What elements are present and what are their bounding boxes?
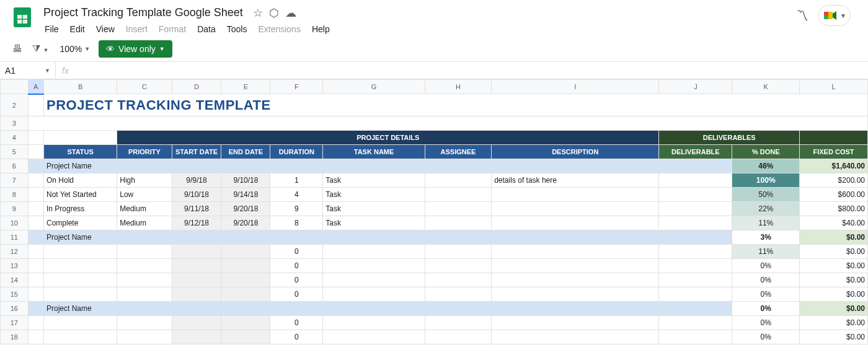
- filter-icon[interactable]: ⧩ ▼: [30, 41, 51, 57]
- cell-assignee[interactable]: [425, 216, 491, 230]
- cell-deliverable[interactable]: [659, 216, 732, 230]
- cell-start[interactable]: [172, 273, 221, 287]
- cell-status[interactable]: [44, 273, 117, 287]
- cell-desc[interactable]: [492, 245, 659, 259]
- cell-pct[interactable]: 100%: [732, 173, 800, 188]
- col-header-L[interactable]: L: [800, 80, 868, 94]
- cell-cost[interactable]: $600.00: [800, 188, 868, 202]
- cell-start[interactable]: 9/10/18: [172, 188, 221, 202]
- row-header-18[interactable]: 18: [1, 330, 29, 344]
- cell-end[interactable]: 9/14/18: [221, 188, 270, 202]
- menu-view[interactable]: View: [91, 22, 120, 37]
- cell-assignee[interactable]: [425, 316, 491, 330]
- col-header-B[interactable]: B: [44, 80, 117, 94]
- cell-end[interactable]: [221, 259, 270, 273]
- meet-button[interactable]: ▼: [818, 5, 851, 26]
- project-name-cell[interactable]: Project Name: [44, 302, 659, 316]
- cell-pct[interactable]: 0%: [732, 287, 800, 302]
- cell-deliverable[interactable]: [659, 316, 732, 330]
- col-header-C[interactable]: C: [117, 80, 172, 94]
- cell-duration[interactable]: 0: [270, 316, 323, 330]
- menu-edit[interactable]: Edit: [65, 22, 90, 37]
- activity-icon[interactable]: 〽: [796, 9, 808, 23]
- row-header-13[interactable]: 13: [1, 259, 29, 273]
- col-header-K[interactable]: K: [732, 80, 800, 94]
- cell-task[interactable]: [323, 259, 425, 273]
- cell-status[interactable]: Not Yet Started: [44, 188, 117, 202]
- cell-pct[interactable]: 0%: [732, 273, 800, 287]
- cell-start[interactable]: [172, 316, 221, 330]
- cell-status[interactable]: In Progress: [44, 202, 117, 216]
- cell-cost[interactable]: $40.00: [800, 216, 868, 230]
- cell-pct[interactable]: 0%: [732, 316, 800, 330]
- row-header-9[interactable]: 9: [1, 202, 29, 216]
- cell-duration[interactable]: 0: [270, 273, 323, 287]
- cell-duration[interactable]: 0: [270, 259, 323, 273]
- cell-desc[interactable]: [492, 202, 659, 216]
- row-header-4[interactable]: 4: [1, 131, 29, 145]
- cell-status[interactable]: [44, 316, 117, 330]
- project-name-cell[interactable]: Project Name: [44, 159, 659, 173]
- cell-task[interactable]: Task: [323, 173, 425, 188]
- cell-start[interactable]: [172, 330, 221, 344]
- cell-desc[interactable]: [492, 287, 659, 302]
- menu-extensions[interactable]: Extensions: [253, 22, 305, 37]
- cell-start[interactable]: 9/12/18: [172, 216, 221, 230]
- cell-duration[interactable]: 0: [270, 245, 323, 259]
- cell-start[interactable]: [172, 287, 221, 302]
- project-pct[interactable]: 3%: [732, 230, 800, 245]
- cell-desc[interactable]: [492, 216, 659, 230]
- cell-deliverable[interactable]: [659, 202, 732, 216]
- row-header-14[interactable]: 14: [1, 273, 29, 287]
- cell-priority[interactable]: [117, 287, 172, 302]
- cell-status[interactable]: [44, 245, 117, 259]
- cell-pct[interactable]: 11%: [732, 245, 800, 259]
- cell-start[interactable]: [172, 245, 221, 259]
- cell-start[interactable]: [172, 259, 221, 273]
- cell-task[interactable]: [323, 330, 425, 344]
- cell-start[interactable]: 9/11/18: [172, 202, 221, 216]
- cell-assignee[interactable]: [425, 202, 491, 216]
- cell-deliverable[interactable]: [659, 173, 732, 188]
- cell-start[interactable]: 9/9/18: [172, 173, 221, 188]
- cell-pct[interactable]: 50%: [732, 188, 800, 202]
- col-header-E[interactable]: E: [221, 80, 270, 94]
- menu-format[interactable]: Format: [154, 22, 191, 37]
- cell-duration[interactable]: 4: [270, 188, 323, 202]
- menu-file[interactable]: File: [40, 22, 64, 37]
- cell-desc[interactable]: [492, 316, 659, 330]
- cell-end[interactable]: 9/10/18: [221, 173, 270, 188]
- cell-end[interactable]: [221, 316, 270, 330]
- cell-desc[interactable]: [492, 188, 659, 202]
- row-header-6[interactable]: 6: [1, 159, 29, 173]
- row-header-11[interactable]: 11: [1, 230, 29, 245]
- cell-deliverable[interactable]: [659, 273, 732, 287]
- cell-task[interactable]: [323, 316, 425, 330]
- menu-insert[interactable]: Insert: [121, 22, 153, 37]
- cell-assignee[interactable]: [425, 259, 491, 273]
- cell-end[interactable]: [221, 245, 270, 259]
- col-header-H[interactable]: H: [425, 80, 491, 94]
- menu-help[interactable]: Help: [307, 22, 335, 37]
- cell-priority[interactable]: [117, 273, 172, 287]
- cell-priority[interactable]: [117, 259, 172, 273]
- row-header-16[interactable]: 16: [1, 302, 29, 316]
- spreadsheet-grid[interactable]: ABCDEFGHIJKL2PROJECT TRACKING TEMPLATE34…: [0, 79, 868, 349]
- cell-end[interactable]: [221, 330, 270, 344]
- cell-desc[interactable]: [492, 330, 659, 344]
- cell-priority[interactable]: Low: [117, 188, 172, 202]
- cell-status[interactable]: [44, 259, 117, 273]
- cell-assignee[interactable]: [425, 273, 491, 287]
- cell-priority[interactable]: Medium: [117, 202, 172, 216]
- cell-desc[interactable]: details of task here: [492, 173, 659, 188]
- row-header-10[interactable]: 10: [1, 216, 29, 230]
- col-header-I[interactable]: I: [492, 80, 659, 94]
- row-header-3[interactable]: 3: [1, 116, 29, 131]
- project-cost[interactable]: $1,640.00: [800, 159, 868, 173]
- cell-task[interactable]: [323, 273, 425, 287]
- cell-assignee[interactable]: [425, 188, 491, 202]
- star-icon[interactable]: ☆: [253, 6, 263, 20]
- project-name-cell[interactable]: Project Name: [44, 230, 659, 245]
- sheets-logo[interactable]: [10, 5, 35, 30]
- row-header-2[interactable]: 2: [1, 94, 29, 116]
